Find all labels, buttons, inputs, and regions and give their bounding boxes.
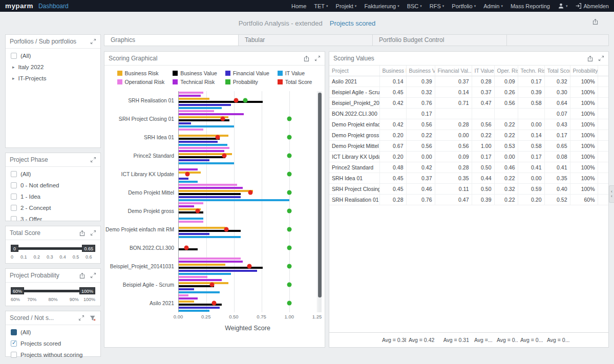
scored-option-all[interactable]: (All) <box>6 327 100 338</box>
nav-item-bsc[interactable]: BSC▾ <box>407 3 422 9</box>
bar-financial-value[interactable] <box>179 288 194 290</box>
dot-probability[interactable] <box>287 246 292 250</box>
nav-item-projekt[interactable]: Projekt▾ <box>336 3 357 9</box>
bar-operational-risk[interactable] <box>179 258 241 260</box>
bar-it-value[interactable] <box>179 273 231 275</box>
expand-icon[interactable] <box>314 55 321 61</box>
nav-item-admin[interactable]: Admin▾ <box>483 3 503 9</box>
phase-option-1-idea[interactable]: 1 - Idea <box>6 191 100 202</box>
bar-financial-value[interactable] <box>179 233 209 235</box>
dot-total-score[interactable] <box>209 283 214 287</box>
bar-financial-value[interactable] <box>179 196 241 198</box>
bar-business-risk[interactable] <box>179 227 225 229</box>
dot-total-score[interactable] <box>224 227 228 232</box>
bar-it-value[interactable] <box>179 310 209 312</box>
collapse-panel-button[interactable]: ‹ ‹ <box>609 185 614 203</box>
myparm-logo[interactable]: myparm <box>5 2 33 10</box>
scored-option-projects-scored[interactable]: Projects scored <box>6 338 100 349</box>
expand-icon[interactable] <box>90 157 96 163</box>
table-row[interactable]: Beispiel Agile - Scrum0.450.320.140.370.… <box>329 87 608 98</box>
dot-total-score[interactable] <box>215 135 220 140</box>
bar-business-value[interactable] <box>179 230 241 232</box>
bar-technical-risk[interactable] <box>179 187 243 189</box>
checkbox-unchecked-icon[interactable] <box>11 171 17 177</box>
bar-business-risk[interactable] <box>179 301 194 303</box>
bar-operational-risk[interactable] <box>179 110 214 112</box>
tab-tabular[interactable]: Tabular <box>239 35 373 46</box>
table-row[interactable]: SRH Project Closing 010.450.460.110.500.… <box>329 184 608 195</box>
portfolio-item-it-projects[interactable]: ▸IT-Projects <box>6 73 100 84</box>
bar-operational-risk[interactable] <box>179 221 203 223</box>
nav-item-portfolio[interactable]: Portfolio▾ <box>452 3 476 9</box>
checkbox-unchecked-icon[interactable] <box>11 53 17 59</box>
dot-probability[interactable] <box>287 135 292 140</box>
chevron-right-icon[interactable]: ▸ <box>12 65 15 70</box>
slider-handle-min[interactable]: 0 <box>11 245 18 252</box>
bar-business-risk[interactable] <box>179 282 228 284</box>
dot-total-score[interactable] <box>184 246 189 250</box>
logout-button[interactable]: Abmelden <box>575 3 609 9</box>
table-row[interactable]: Prince2 Standard0.480.420.280.500.460.41… <box>329 162 608 173</box>
dot-total-score[interactable] <box>247 264 252 269</box>
tab-graphics[interactable]: Graphics <box>104 35 239 46</box>
bar-operational-risk[interactable] <box>179 294 188 296</box>
checkbox-unchecked-icon[interactable] <box>11 352 17 358</box>
nav-item-rfs[interactable]: RFS▾ <box>430 3 444 9</box>
column-header-business-ri[interactable]: Business Ri... <box>379 66 406 76</box>
bar-operational-risk[interactable] <box>179 92 203 94</box>
column-header-it-value[interactable]: IT Value <box>472 66 494 76</box>
bar-technical-risk[interactable] <box>179 113 244 115</box>
chart-scrollbar[interactable] <box>318 91 322 312</box>
table-row[interactable]: SRH Realisation 010.280.760.470.390.220.… <box>329 195 608 205</box>
expand-icon[interactable] <box>90 272 96 279</box>
export-icon[interactable] <box>79 230 86 237</box>
export-icon[interactable] <box>79 272 86 279</box>
checkbox-unchecked-icon[interactable] <box>11 216 17 221</box>
table-row[interactable]: Demo Projekt einfach...0.420.560.280.560… <box>329 119 608 130</box>
nav-item-tet[interactable]: TET▾ <box>314 3 328 9</box>
bar-financial-value[interactable] <box>179 159 209 161</box>
expand-icon[interactable] <box>90 230 96 236</box>
column-header-techn-risk[interactable]: Techn. Risk <box>518 66 544 76</box>
phase-all-option[interactable]: (All) <box>6 168 100 180</box>
bar-operational-risk[interactable] <box>179 202 203 204</box>
chevron-right-icon[interactable]: ▸ <box>12 76 15 81</box>
bar-business-value[interactable] <box>179 193 241 195</box>
dot-probability[interactable] <box>287 301 292 306</box>
bar-business-value[interactable] <box>179 101 263 103</box>
bar-technical-risk[interactable] <box>179 205 194 207</box>
export-icon[interactable] <box>587 55 594 62</box>
bar-business-risk[interactable] <box>179 190 253 192</box>
column-header-probability[interactable]: Probability <box>570 66 598 76</box>
dot-probability[interactable] <box>287 172 292 177</box>
dot-probability[interactable] <box>287 264 292 269</box>
phase-option-2-concept[interactable]: 2 - Concept <box>6 202 100 213</box>
dot-probability[interactable] <box>287 209 292 213</box>
probability-slider[interactable]: 60%100%60%70%80%90%100% <box>11 286 95 306</box>
bar-it-value[interactable] <box>179 236 241 238</box>
bar-technical-risk[interactable] <box>179 95 201 97</box>
checkbox-filled-icon[interactable] <box>11 329 17 335</box>
dot-probability[interactable] <box>287 283 292 287</box>
bar-business-risk[interactable] <box>179 98 209 100</box>
portfolios-all-option[interactable]: (All) <box>6 50 100 61</box>
column-header-oper-risk[interactable]: Oper. Risk <box>494 66 518 76</box>
bar-technical-risk[interactable] <box>179 261 243 263</box>
bar-financial-value[interactable] <box>179 307 220 309</box>
clear-filter-icon[interactable] <box>89 315 96 322</box>
export-icon[interactable] <box>303 55 310 62</box>
checkbox-unchecked-icon[interactable] <box>11 205 17 211</box>
column-header-project[interactable]: Project <box>329 66 379 76</box>
dot-probability[interactable] <box>287 227 292 232</box>
bar-operational-risk[interactable] <box>179 147 229 149</box>
bar-technical-risk[interactable] <box>179 150 224 152</box>
bar-technical-risk[interactable] <box>179 279 222 281</box>
bar-business-risk[interactable] <box>179 264 225 266</box>
bar-it-value[interactable] <box>179 162 234 164</box>
table-row[interactable]: Demo Projekt Mittel0.670.560.561.000.530… <box>329 141 608 152</box>
tab-portfolio-budget-control[interactable]: Portfolio Budget Control <box>373 35 507 46</box>
column-header-total-score[interactable]: Total Score <box>544 66 570 76</box>
dot-total-score[interactable] <box>248 190 253 195</box>
checkbox-unchecked-icon[interactable] <box>11 194 17 200</box>
dot-total-score[interactable] <box>221 117 225 121</box>
